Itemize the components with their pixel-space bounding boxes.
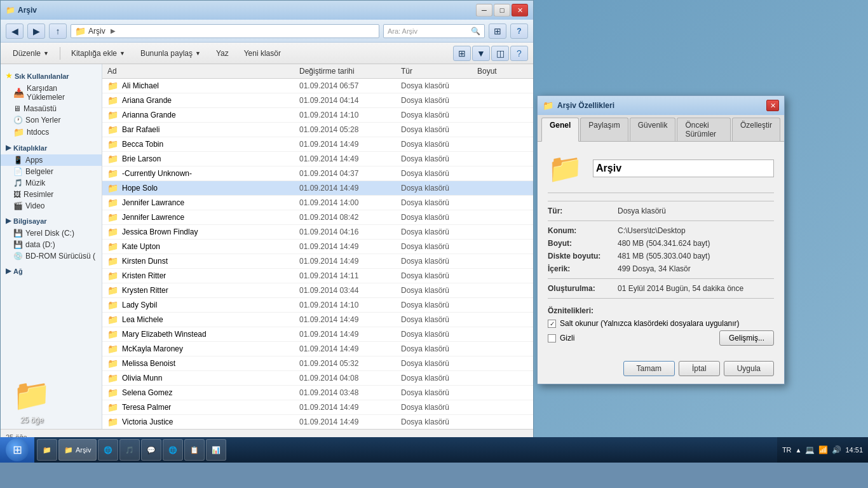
taskbar-skype[interactable]: 💬 (141, 439, 161, 461)
table-row[interactable]: 📁 Teresa Palmer 01.09.2014 14:49 Dosya k… (102, 400, 533, 415)
col-date[interactable]: Değiştirme tarihi (299, 67, 401, 76)
table-row[interactable]: 📁 Brie Larson 01.09.2014 14:49 Dosya kla… (102, 152, 533, 166)
table-row[interactable]: 📁 -Currently Unknown- 01.09.2014 04:37 D… (102, 166, 533, 181)
sidebar-item-muzik[interactable]: 🎵 Müzik (1, 177, 102, 189)
sidebar-item-c-drive[interactable]: 💾 Yerel Disk (C:) (1, 227, 102, 239)
taskbar-chrome[interactable]: 🌐 (98, 439, 118, 461)
computer-header[interactable]: ▶ Bilgisayar (1, 214, 102, 227)
file-type-cell: Dosya klasörü (401, 301, 477, 309)
back-button[interactable]: ◀ (6, 24, 24, 39)
table-row[interactable]: 📁 Arianna Grande 01.09.2014 14:10 Dosya … (102, 108, 533, 123)
taskbar-app5[interactable]: 📋 (184, 439, 205, 461)
sidebar-item-resimler[interactable]: 🖼 Resimler (1, 189, 102, 200)
sidebar-item-video[interactable]: 🎬 Video (1, 200, 102, 212)
table-row[interactable]: 📁 Kristen Ritter 01.09.2014 14:11 Dosya … (102, 269, 533, 283)
star-icon: ★ (6, 72, 12, 80)
maximize-button[interactable]: □ (494, 4, 510, 17)
dialog-folder-name-input[interactable] (593, 159, 774, 177)
paylas-button[interactable]: Bununla paylaş ▼ (133, 45, 208, 62)
table-row[interactable]: 📁 Kirsten Dunst 01.09.2014 14:49 Dosya k… (102, 254, 533, 269)
chrome-icon: 🌐 (104, 446, 112, 454)
sidebar-label: BD-ROM Sürücüsü ( (25, 252, 95, 261)
sidebar-item-karsidan[interactable]: 📥 Karşıdan Yüklemeler (1, 83, 102, 103)
sidebar-item-son-yerler[interactable]: 🕐 Son Yerler (1, 114, 102, 126)
sidebar-item-belgeler[interactable]: 📄 Belgeler (1, 166, 102, 177)
table-row[interactable]: 📁 Lea Michele 01.09.2014 14:49 Dosya kla… (102, 313, 533, 327)
table-row[interactable]: 📁 Lady Sybil 01.09.2014 14:10 Dosya klas… (102, 298, 533, 313)
forward-button[interactable]: ▶ (27, 24, 45, 39)
desktop-folder[interactable]: 📁 25 öğe (13, 377, 51, 424)
tray-arrow[interactable]: ▲ (796, 447, 802, 454)
help-button[interactable]: ? (510, 24, 528, 39)
table-row[interactable]: 📁 Bar Rafaeli 01.09.2014 05:28 Dosya kla… (102, 123, 533, 137)
table-row[interactable]: 📁 Hope Solo 01.09.2014 14:49 Dosya klasö… (102, 181, 533, 196)
table-row[interactable]: 📁 Selena Gomez 01.09.2014 03:48 Dosya kl… (102, 386, 533, 400)
col-type[interactable]: Tür (401, 67, 477, 76)
table-row[interactable]: 📁 Olivia Munn 01.09.2014 04:08 Dosya kla… (102, 371, 533, 386)
minimize-button[interactable]: ─ (476, 4, 492, 17)
table-row[interactable]: 📁 Victoria Justice 01.09.2014 14:49 Dosy… (102, 415, 533, 429)
tab-guvenlik[interactable]: Güvenlik (630, 118, 676, 141)
table-row[interactable]: 📁 Jessica Brown Findlay 01.09.2014 04:16… (102, 225, 533, 240)
libraries-header[interactable]: ▶ Kitaplıklar (1, 141, 102, 154)
hidden-checkbox[interactable] (548, 334, 556, 342)
ok-button[interactable]: Tamam (623, 361, 675, 376)
table-row[interactable]: 📁 Kate Upton 01.09.2014 14:49 Dosya klas… (102, 240, 533, 254)
tab-onceki-surumler[interactable]: Önceki Sürümler (677, 118, 731, 141)
sidebar-label: Müzik (25, 179, 45, 187)
tab-ozellestir[interactable]: Özelleştir (732, 118, 780, 141)
table-row[interactable]: 📁 Mary Elizabeth Winstead 01.09.2014 14:… (102, 327, 533, 342)
dialog-close-button[interactable]: ✕ (766, 100, 779, 111)
address-input-container[interactable]: 📁 Arşiv ▶ (71, 24, 379, 38)
up-button[interactable]: ↑ (49, 24, 67, 39)
start-button[interactable] (0, 437, 34, 463)
tab-paylasim[interactable]: Paylaşım (580, 118, 628, 141)
taskbar-clock[interactable]: 14:51 (845, 445, 863, 454)
table-row[interactable]: 📁 Melissa Benoist 01.09.2014 05:32 Dosya… (102, 356, 533, 371)
tab-genel[interactable]: Genel (541, 118, 579, 142)
search-placeholder: Ara: Arşiv (388, 27, 417, 35)
help-toolbar-button[interactable]: ? (510, 46, 528, 61)
view-icon-button[interactable]: ⊞ (453, 46, 471, 61)
taskbar-tray: TR ▲ 💻 📶 🔊 14:51 (777, 437, 868, 463)
sidebar-item-masaustu[interactable]: 🖥 Masaüstü (1, 103, 102, 114)
table-row[interactable]: 📁 Ali Michael 01.09.2014 06:57 Dosya kla… (102, 79, 533, 93)
readonly-checkbox[interactable] (548, 320, 556, 328)
taskbar-app6[interactable]: 📊 (206, 439, 226, 461)
col-size[interactable]: Boyut (477, 67, 528, 76)
advanced-button[interactable]: Gelişmiş... (719, 330, 774, 346)
taskbar-spotify[interactable]: 🎵 (119, 439, 140, 461)
sidebar-item-d-drive[interactable]: 💾 data (D:) (1, 239, 102, 250)
taskbar-file-manager[interactable]: 📁 (37, 439, 57, 461)
file-date-cell: 01.09.2014 14:11 (299, 271, 401, 280)
table-row[interactable]: 📁 Jennifer Lawrence 01.09.2014 08:42 Dos… (102, 210, 533, 225)
favorites-header[interactable]: ★ Sık Kullanılanlar (1, 69, 102, 83)
table-row[interactable]: 📁 Ariana Grande 01.09.2014 04:14 Dosya k… (102, 93, 533, 108)
cancel-button[interactable]: İptal (679, 361, 720, 376)
file-date-cell: 01.09.2014 14:49 (299, 344, 401, 353)
taskbar-explorer-icon: 📁 (64, 446, 73, 454)
sidebar-item-htdocs[interactable]: 📁 htdocs (1, 126, 102, 139)
sidebar-item-apps[interactable]: 📱 Apps (1, 154, 102, 166)
file-type-cell: Dosya klasörü (401, 96, 477, 105)
taskbar-explorer[interactable]: 📁 Arşiv (58, 439, 97, 461)
table-row[interactable]: 📁 McKayla Maroney 01.09.2014 14:49 Dosya… (102, 342, 533, 356)
preview-pane-button[interactable]: ◫ (491, 46, 509, 61)
table-row[interactable]: 📁 Krysten Ritter 01.09.2014 03:44 Dosya … (102, 283, 533, 298)
search-box[interactable]: Ara: Arşiv 🔍 (383, 24, 485, 38)
taskbar-ie[interactable]: 🌐 (163, 439, 183, 461)
view-toggle-button[interactable]: ⊞ (489, 24, 506, 39)
yaz-button[interactable]: Yaz (209, 45, 236, 62)
close-button[interactable]: ✕ (512, 4, 528, 17)
network-header[interactable]: ▶ Ağ (1, 264, 102, 278)
table-row[interactable]: 📁 Jennifer Lawrance 01.09.2014 14:00 Dos… (102, 196, 533, 210)
table-row[interactable]: 📁 Becca Tobin 01.09.2014 14:49 Dosya kla… (102, 137, 533, 152)
apply-button[interactable]: Uygula (724, 361, 774, 376)
sidebar-item-bdrom[interactable]: 💿 BD-ROM Sürücüsü ( (1, 250, 102, 262)
kitapliga-ekle-button[interactable]: Kitaplığa ekle ▼ (64, 45, 132, 62)
yeni-klasor-button[interactable]: Yeni klasör (237, 45, 288, 62)
view-details-button[interactable]: ▼ (472, 46, 490, 61)
duzenle-button[interactable]: Düzenle ▼ (6, 45, 56, 62)
file-date-cell: 01.09.2014 05:28 (299, 125, 401, 134)
col-ad[interactable]: Ad (107, 67, 299, 76)
